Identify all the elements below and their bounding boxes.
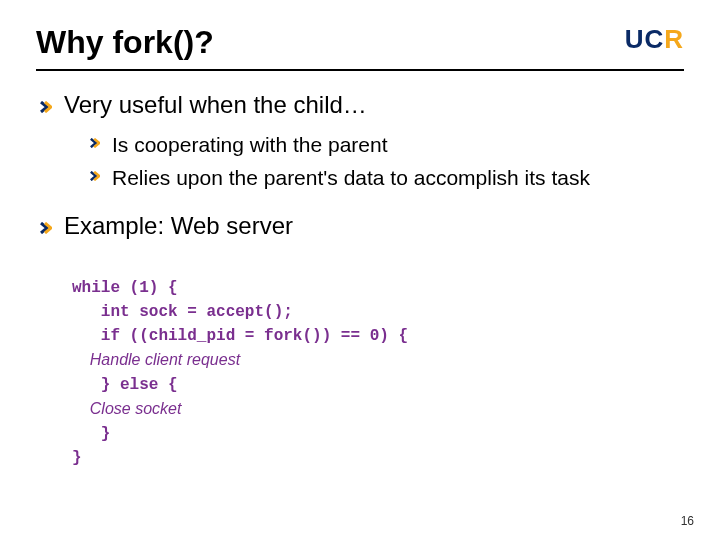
code-line: if ((child_pid = fork()) == 0) {	[72, 327, 408, 345]
bullet-text: Very useful when the child…	[64, 91, 684, 119]
ucr-logo: UCR	[625, 24, 684, 55]
bullet-level2: Relies upon the parent's data to accompl…	[90, 164, 684, 191]
code-comment: Handle client request	[72, 351, 240, 368]
chevron-icon	[40, 222, 52, 234]
bullet-level1: Example: Web server	[40, 212, 684, 240]
bullet-level1: Very useful when the child…	[40, 91, 684, 119]
code-line: }	[72, 425, 110, 443]
code-comment: Close socket	[72, 400, 181, 417]
chevron-icon	[90, 138, 100, 148]
code-line: }	[72, 449, 82, 467]
bullet-text: Example: Web server	[64, 212, 684, 240]
bullet-text: Relies upon the parent's data to accompl…	[112, 164, 684, 191]
code-line: int sock = accept();	[72, 303, 293, 321]
slide-title: Why fork()?	[36, 24, 214, 61]
logo-u: U	[625, 24, 645, 55]
chevron-icon	[40, 101, 52, 113]
logo-c: C	[644, 24, 664, 55]
code-block: while (1) { int sock = accept(); if ((ch…	[72, 252, 684, 470]
code-line: } else {	[72, 376, 178, 394]
logo-r: R	[664, 24, 684, 55]
bullet-level2: Is cooperating with the parent	[90, 131, 684, 158]
page-number: 16	[681, 514, 694, 528]
chevron-icon	[90, 171, 100, 181]
code-line: while (1) {	[72, 279, 178, 297]
bullet-text: Is cooperating with the parent	[112, 131, 684, 158]
title-row: Why fork()? UCR	[36, 24, 684, 71]
